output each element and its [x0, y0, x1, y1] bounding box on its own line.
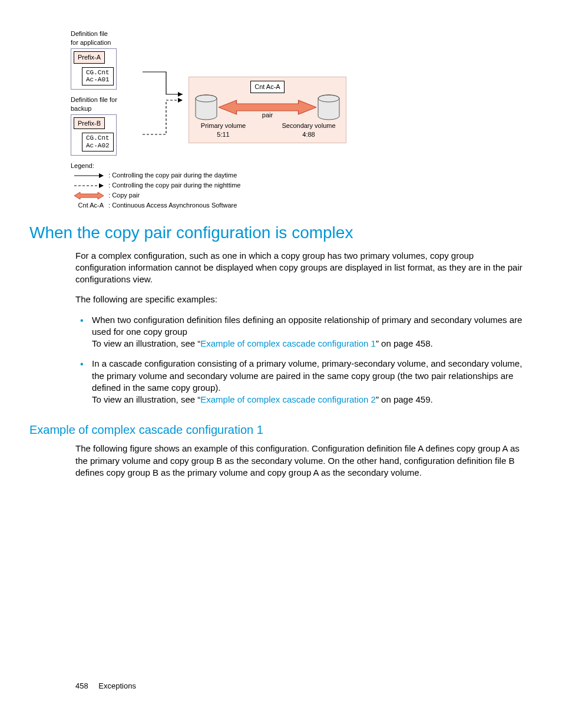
legend-copy-arrow-icon	[71, 192, 104, 200]
list-item: When two configuration definition files …	[75, 314, 527, 350]
primary-vol-id: 5:11	[194, 130, 253, 139]
svg-marker-1	[178, 98, 183, 103]
diagram-copy-pair: Definition file for application Prefix-A…	[71, 29, 527, 210]
legend-copy-text: Copy pair	[112, 191, 140, 200]
pair-label: pair	[219, 111, 316, 120]
svg-marker-8	[99, 173, 104, 178]
bullet1-line1: When two configuration definition files …	[92, 314, 527, 338]
legend-day-text: Controlling the copy pair during the day…	[112, 171, 237, 180]
svg-marker-0	[178, 92, 183, 97]
subsection-heading: Example of complex cascade configuration…	[29, 422, 527, 438]
legend-solid-arrow-icon	[71, 172, 104, 179]
secondary-cylinder-icon	[316, 94, 341, 120]
label-def-app: Definition file for application	[71, 29, 141, 47]
volume-area: Cnt Ac-A pair	[189, 77, 346, 143]
cg-a-box: CG.Cnt Ac-A01	[82, 67, 114, 85]
legend-night-text: Controlling the copy pair during the nig…	[112, 181, 240, 190]
list-item: In a cascade configuration consisting of…	[75, 358, 527, 406]
section-p2: The following are specific examples:	[75, 294, 527, 305]
label-def-backup: Definition file for backup	[71, 95, 141, 113]
bullet2-line1: In a cascade configuration consisting of…	[92, 358, 527, 394]
secondary-vol-label: Secondary volume	[276, 121, 341, 130]
svg-marker-11	[74, 192, 104, 199]
prefix-b-box: Prefix-B	[74, 117, 105, 130]
cg-b-box: CG.Cnt Ac-A02	[82, 133, 114, 151]
cnt-box: Cnt Ac-A	[250, 81, 284, 93]
subsection-p1: The following figure shows an example of…	[75, 443, 527, 479]
legend-title: Legend:	[71, 162, 527, 170]
link-example-1[interactable]: Example of complex cascade configuration…	[200, 338, 376, 348]
page-footer: 458 Exceptions	[75, 681, 136, 691]
prefix-a-box: Prefix-A	[74, 51, 105, 64]
legend-cnt-text: Continuous Access Asynchronous Software	[112, 201, 237, 210]
bullet2-line2: To view an illustration, see “Example of…	[92, 394, 527, 406]
copy-pair-arrow-icon: pair	[219, 95, 316, 119]
bullet1-line2: To view an illustration, see “Example of…	[92, 338, 527, 350]
file-frame-b: Prefix-B CG.Cnt Ac-A02	[71, 114, 117, 156]
section-heading: When the copy pair configuration is comp…	[29, 222, 527, 244]
chapter-name: Exceptions	[98, 681, 136, 690]
page-number: 458	[75, 681, 88, 690]
legend: Legend: : Controlling the copy pair duri…	[71, 162, 527, 210]
primary-cylinder-icon	[194, 94, 219, 120]
link-example-2[interactable]: Example of complex cascade configuration…	[200, 394, 376, 404]
legend-dashed-arrow-icon	[71, 182, 104, 189]
secondary-vol-id: 4:88	[276, 130, 341, 139]
diagram-arrows	[141, 29, 189, 147]
section-p1: For a complex configuration, such as one…	[75, 250, 527, 286]
primary-vol-label: Primary volume	[194, 121, 253, 130]
svg-marker-10	[99, 183, 104, 188]
legend-cnt-sym: Cnt Ac-A	[71, 201, 104, 210]
file-frame-a: Prefix-A CG.Cnt Ac-A01	[71, 48, 117, 90]
